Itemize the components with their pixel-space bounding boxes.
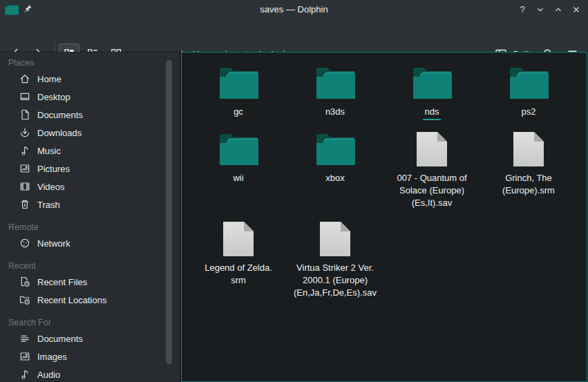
recent-locations-icon [19,294,30,305]
places-panel: Places Home Desktop Documents Downloads … [0,52,180,382]
minimize-button[interactable] [535,4,546,15]
folder-item-gc[interactable]: gc [190,59,287,120]
item-label: Grinch, The (Europe).srm [502,172,555,197]
folder-item-n3ds[interactable]: n3ds [287,59,383,120]
sidebar-item-label: Videos [37,182,65,192]
sidebar-item-pictures[interactable]: Pictures [0,160,180,178]
folder-icon [412,66,452,99]
sidebar-item-home[interactable]: Home [0,70,180,88]
sidebar-item-label: Pictures [37,164,70,174]
network-icon [19,238,30,249]
recent-files-icon [19,276,30,287]
item-label: Virtua Striker 2 Ver. 2000.1 (Europe) (E… [294,262,377,299]
close-button[interactable] [571,4,582,15]
maximize-button[interactable] [553,4,564,15]
section-header-search-for: Search For [0,317,180,328]
item-label: wii [233,172,243,184]
sidebar-scrollbar[interactable] [166,60,172,364]
window-title: saves — Dolphin [0,0,588,19]
sidebar-item-label: Trash [37,200,60,210]
file-item-grinch-the[interactable]: Grinch, The (Europe).srm [480,125,577,209]
file-icon [513,131,544,167]
toolbar: Home retrodeck saves Split [0,19,588,52]
folder-icon [219,133,258,166]
sidebar-item-search-audio[interactable]: Audio [0,365,180,382]
folder-icon [316,133,355,166]
help-button[interactable]: ? [517,4,528,15]
folder-icon [219,66,258,99]
sidebar-item-videos[interactable]: Videos [0,178,180,195]
sidebar-item-search-images[interactable]: Images [0,347,180,365]
grid-row: Legend of Zelda. srm Virtua Striker 2 Ve… [190,215,383,299]
folder-item-nds[interactable]: nds [383,59,480,120]
sidebar-item-recent-files[interactable]: Recent Files [0,273,180,291]
sidebar-item-label: Desktop [37,92,70,102]
sidebar-item-label: Recent Files [37,277,87,287]
sidebar-item-music[interactable]: Music [0,142,180,160]
grid-row: wii xbox 007 - Quantum of Solace (Europe… [190,125,577,209]
download-icon [19,127,30,138]
window-controls: ? [517,0,582,19]
dolphin-window: saves — Dolphin ? [0,0,588,382]
section-header-places: Places [0,57,180,68]
sidebar-item-recent-locations[interactable]: Recent Locations [0,291,180,309]
home-icon [19,73,30,84]
sidebar-item-label: Documents [37,334,83,344]
item-label: nds [423,106,442,120]
file-icon [222,221,254,257]
desktop-icon [19,91,30,102]
folder-icon [316,66,355,99]
text-lines-icon [19,333,30,344]
sidebar-item-label: Images [37,352,67,362]
sidebar-item-label: Network [37,238,70,249]
trash-icon [19,199,30,210]
sidebar-item-label: Audio [37,370,60,380]
grid-row: gc n3ds nds ps2 [190,59,577,120]
image-icon [19,163,30,174]
item-label: Legend of Zelda. srm [205,262,272,287]
folder-view[interactable]: gc n3ds nds ps2 wii xbox [181,52,587,382]
item-label: xbox [325,172,344,184]
item-label: 007 - Quantum of Solace (Europe) (Es,It)… [397,172,466,209]
file-icon [319,221,351,257]
film-icon [19,181,30,192]
sidebar-item-label: Recent Locations [37,295,106,305]
item-label: gc [234,106,243,118]
sidebar-item-trash[interactable]: Trash [0,195,180,213]
sidebar-item-search-documents[interactable]: Documents [0,330,180,347]
document-icon [19,109,30,120]
file-icon [416,131,448,167]
image-icon [19,351,30,362]
folder-item-ps2[interactable]: ps2 [480,59,577,120]
titlebar[interactable]: saves — Dolphin ? [0,0,588,19]
sidebar-item-desktop[interactable]: Desktop [0,88,180,106]
folder-item-xbox[interactable]: xbox [287,125,383,209]
sidebar-item-label: Downloads [37,128,82,138]
folder-item-wii[interactable]: wii [190,125,287,209]
item-label: n3ds [325,106,345,118]
sidebar-item-label: Music [37,146,61,156]
music-note-icon [19,145,30,156]
sidebar-item-documents[interactable]: Documents [0,106,180,124]
sidebar-item-label: Home [37,74,61,84]
music-note-icon [19,369,30,380]
section-header-recent: Recent [0,260,180,271]
item-label: ps2 [522,106,536,118]
folder-icon [509,66,549,99]
file-item-virtua-striker-2[interactable]: Virtua Striker 2 Ver. 2000.1 (Europe) (E… [287,215,383,299]
sidebar-item-downloads[interactable]: Downloads [0,124,180,142]
file-item-legend-of-zelda[interactable]: Legend of Zelda. srm [190,215,287,299]
file-item-007-quantum-of-solace[interactable]: 007 - Quantum of Solace (Europe) (Es,It)… [383,125,480,209]
sidebar-item-label: Documents [37,110,83,120]
section-header-remote: Remote [0,222,180,233]
sidebar-item-network[interactable]: Network [0,234,180,252]
